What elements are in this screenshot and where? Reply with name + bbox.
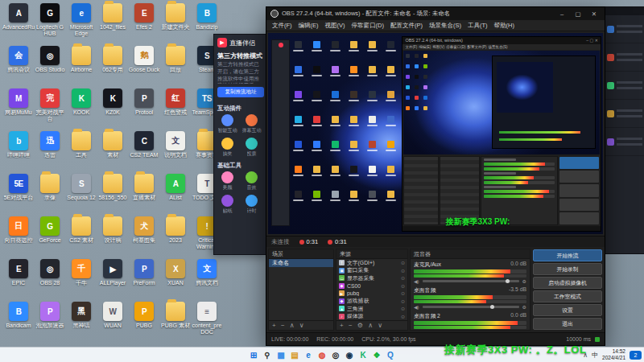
desktop-icon[interactable]: 鹅Goose Duck bbox=[129, 46, 159, 87]
source-item[interactable]: ▶pubg⊙ bbox=[336, 290, 407, 298]
desktop-icon[interactable]: 素材 bbox=[97, 131, 128, 172]
minimize-button[interactable]: – bbox=[555, 9, 568, 19]
language-indicator[interactable]: 中 bbox=[592, 351, 598, 360]
desktop-icon[interactable]: 1042_files bbox=[97, 3, 128, 44]
desktop-icon[interactable]: 会腾讯会议 bbox=[3, 46, 34, 87]
visibility-icon[interactable]: ⊙ bbox=[401, 314, 405, 319]
settings-icon[interactable]: ⚙ bbox=[522, 278, 526, 284]
maximize-button[interactable]: ▢ bbox=[572, 9, 584, 19]
desktop-icon[interactable]: ◎OBS 28 bbox=[35, 259, 65, 300]
visibility-icon[interactable]: ⊙ bbox=[401, 298, 405, 304]
volume-slider[interactable] bbox=[423, 280, 519, 282]
notification-badge[interactable]: 2 bbox=[630, 351, 642, 360]
edge-icon[interactable]: e bbox=[303, 349, 315, 361]
desktop-icon[interactable]: P泡泡加速器 bbox=[35, 302, 65, 343]
desktop-icon[interactable]: KKOOK bbox=[66, 88, 97, 130]
desktop-icon[interactable]: ◎OBS Studio bbox=[35, 46, 65, 87]
visibility-icon[interactable]: ⊙ bbox=[401, 260, 405, 265]
widgets-icon[interactable]: ▩ bbox=[275, 349, 287, 361]
desktop-icon[interactable]: 2023 bbox=[160, 216, 191, 257]
desktop-icon[interactable]: EEPIC bbox=[3, 259, 34, 300]
tool-item[interactable]: 音效 bbox=[242, 171, 262, 191]
slider-knob[interactable] bbox=[490, 305, 494, 309]
desktop-icon[interactable]: 红红色警戒 bbox=[160, 88, 191, 130]
source-item[interactable]: ▣窗口采集⊙ bbox=[336, 267, 407, 275]
close-button[interactable]: ✕ bbox=[588, 9, 601, 19]
desktop-icon[interactable]: 千千牛 bbox=[66, 259, 97, 300]
settings-icon[interactable]: ⚙ bbox=[522, 304, 526, 310]
tool-item[interactable]: 贴纸 bbox=[217, 195, 237, 215]
source-item[interactable]: ▭显示器采集⊙ bbox=[336, 274, 407, 282]
control-button[interactable]: 开始推流 bbox=[533, 249, 602, 261]
desktop-icon[interactable]: AAList bbox=[160, 174, 191, 215]
search-icon[interactable]: ⚲ bbox=[262, 349, 274, 361]
desktop-icon[interactable]: 设计稿 bbox=[97, 216, 128, 257]
desktop-icon[interactable]: SSequoia 12 bbox=[66, 174, 97, 215]
sources-toolbar[interactable]: + − ⚙ ∧ ∨ bbox=[336, 320, 407, 330]
source-item[interactable]: ▲三角洲⊙ bbox=[336, 305, 407, 313]
desktop-icon[interactable]: 黑黑神话 bbox=[66, 302, 97, 343]
control-button[interactable]: 启动虚拟摄像机 bbox=[533, 277, 602, 289]
source-item[interactable]: ♪媒体源⊙ bbox=[336, 313, 407, 321]
kook-icon[interactable]: K bbox=[357, 349, 369, 361]
visibility-icon[interactable]: ⊙ bbox=[401, 306, 405, 311]
control-button[interactable]: 开始录制 bbox=[533, 263, 602, 275]
control-button[interactable]: 退出 bbox=[533, 318, 602, 330]
menu-item[interactable]: 工具(T) bbox=[464, 22, 491, 30]
obs-preview-canvas[interactable]: OBS 27.2.4 (64-bit, windows) – ▢ ✕ 文件(F)… bbox=[268, 33, 603, 234]
tool-item[interactable]: 美颜 bbox=[217, 171, 237, 191]
menu-item[interactable]: 视图(V) bbox=[322, 22, 349, 30]
desktop-icon[interactable]: 58156_550 bbox=[97, 174, 128, 215]
desktop-icon[interactable]: 犬柯基图集 bbox=[129, 216, 159, 257]
menu-item[interactable]: 配置文件(P) bbox=[387, 22, 426, 30]
desktop-icon[interactable]: Airborne bbox=[66, 46, 97, 87]
source-item[interactable]: ◆CS00⊙ bbox=[336, 282, 407, 290]
desktop-icon[interactable]: 工具 bbox=[66, 131, 97, 172]
speaker-icon[interactable]: ◀) bbox=[414, 304, 419, 310]
desktop-icon[interactable]: 录像 bbox=[35, 174, 65, 215]
list-item[interactable] bbox=[605, 128, 644, 156]
control-button[interactable]: 设置 bbox=[533, 304, 602, 316]
visibility-icon[interactable]: ⊙ bbox=[401, 268, 405, 274]
tool-item[interactable]: 智能互动 bbox=[217, 114, 237, 134]
desktop-icon[interactable]: CCS2 TEAM bbox=[129, 131, 159, 172]
desktop-icon[interactable]: 直播素材 bbox=[129, 174, 159, 215]
desktop-icon[interactable]: XXUAN bbox=[160, 259, 191, 300]
visibility-icon[interactable]: ⊙ bbox=[401, 283, 405, 289]
tool-item[interactable]: 计时 bbox=[242, 195, 262, 215]
menu-item[interactable]: 停靠窗口(D) bbox=[349, 22, 387, 30]
desktop-icon[interactable]: 文说明文档 bbox=[160, 131, 191, 172]
visibility-icon[interactable]: ⊙ bbox=[401, 275, 405, 281]
desktop-icon[interactable]: GGeForce bbox=[35, 216, 65, 257]
desktop-icon[interactable]: EEfes 2 bbox=[129, 3, 159, 44]
list-item[interactable] bbox=[605, 72, 644, 100]
desktop-icon[interactable]: 新建文件夹 bbox=[160, 3, 191, 44]
tool-item[interactable]: 抽奖 bbox=[217, 138, 237, 158]
desktop-icon[interactable]: M网易MuMu bbox=[3, 88, 34, 130]
control-button[interactable]: 工作室模式 bbox=[533, 290, 602, 302]
desktop-icon[interactable]: BBandicam bbox=[3, 302, 34, 343]
chrome-icon[interactable]: ◍ bbox=[316, 349, 328, 361]
desktop-icon[interactable]: 完完美对战平台 bbox=[35, 88, 65, 130]
steam-icon[interactable]: ◉ bbox=[344, 349, 356, 361]
visibility-icon[interactable]: ⊙ bbox=[401, 290, 405, 296]
source-item[interactable]: T文字(GDI+)⊙ bbox=[336, 259, 407, 267]
desktop-icon[interactable]: 062专用 bbox=[97, 46, 128, 87]
scenes-toolbar[interactable]: + − ∧ ∨ bbox=[269, 320, 333, 330]
desktop-icon[interactable]: PPreForm bbox=[129, 259, 159, 300]
tool-item[interactable]: 投票 bbox=[242, 138, 262, 158]
volume-slider[interactable] bbox=[423, 306, 519, 308]
desktop-icon[interactable]: AAdvancedRun bbox=[3, 3, 34, 44]
desktop-icon[interactable]: PUBG 素材 bbox=[160, 302, 191, 343]
qq-icon[interactable]: Q bbox=[385, 349, 397, 361]
list-item[interactable] bbox=[605, 100, 644, 128]
clock[interactable]: 14:52 2024/4/21 bbox=[602, 348, 625, 361]
menu-item[interactable]: 文件(F) bbox=[269, 22, 295, 30]
scene-item[interactable]: 未命名 bbox=[269, 259, 333, 267]
start-icon[interactable]: ⊞ bbox=[248, 349, 260, 361]
desktop-icon[interactable]: PProtool bbox=[129, 88, 159, 130]
menu-item[interactable]: 编辑(E) bbox=[295, 22, 322, 30]
desktop-icon[interactable]: PPUBG bbox=[129, 302, 159, 343]
desktop-icon[interactable]: b哔哩哔哩 bbox=[3, 131, 34, 172]
desktop-icon[interactable]: KKZ0K bbox=[97, 88, 128, 130]
